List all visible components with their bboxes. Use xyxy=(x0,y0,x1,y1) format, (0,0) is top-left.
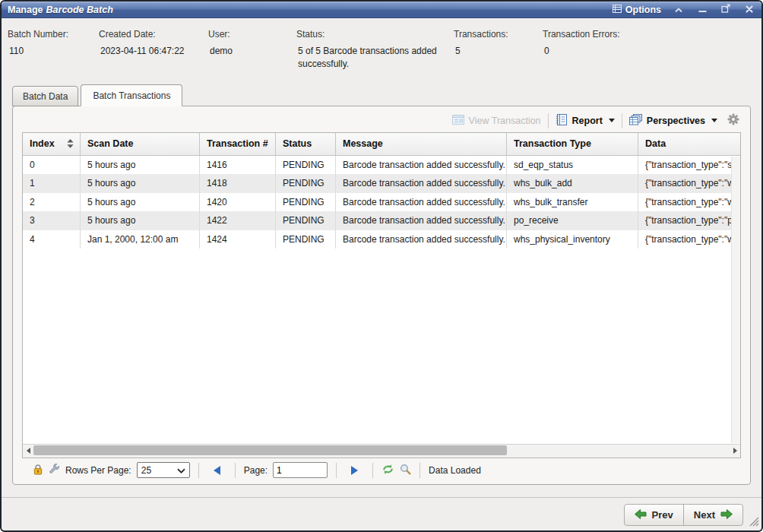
transactions-grid: Index Scan Date Transaction # Status Mes… xyxy=(22,132,741,458)
lock-button[interactable] xyxy=(33,464,43,477)
column-header-transaction-type[interactable]: Transaction Type xyxy=(507,133,638,155)
cell-transaction-type: sd_eqp_status xyxy=(507,156,638,175)
arrow-right-icon xyxy=(720,509,733,521)
tab-batch-data[interactable]: Batch Data xyxy=(12,86,78,106)
chevron-up-icon xyxy=(675,5,682,15)
column-header-scan-date-label: Scan Date xyxy=(87,133,133,155)
prev-page-button[interactable] xyxy=(214,466,220,475)
batch-number-value: 110 xyxy=(8,45,91,58)
table-row[interactable]: 1 5 hours ago 1418 PENDING Barcode trans… xyxy=(23,174,740,193)
transactions-field: Transactions: 5 xyxy=(454,29,543,71)
close-button[interactable] xyxy=(743,4,755,16)
horizontal-scrollbar-thumb[interactable] xyxy=(33,445,507,455)
column-header-status[interactable]: Status xyxy=(276,133,336,155)
batch-info-header: Batch Number: 110 Created Date: 2023-04-… xyxy=(2,18,761,71)
user-field: User: demo xyxy=(208,29,296,71)
cell-transaction-no: 1416 xyxy=(200,156,276,175)
table-row[interactable]: 3 5 hours ago 1422 PENDING Barcode trans… xyxy=(23,211,740,230)
rows-per-page-value: 25 xyxy=(141,465,151,476)
grid-toolbar: View Transaction Report Perspectives xyxy=(13,106,750,132)
cell-data: {"transaction_type":"whs_physical_ xyxy=(638,230,740,249)
status-field: Status: 5 of 5 Barcode transactions adde… xyxy=(296,29,454,71)
scroll-left-arrow[interactable] xyxy=(23,444,33,458)
cell-data: {"transaction_type":"po_receive","r xyxy=(638,211,740,230)
view-transaction-label: View Transaction xyxy=(469,116,541,126)
popout-button[interactable] xyxy=(720,4,732,16)
footer-nav-buttons: Prev Next xyxy=(624,504,743,526)
title-prefix: Manage xyxy=(8,5,43,15)
report-button[interactable]: Report xyxy=(556,114,615,128)
transaction-errors-value: 0 xyxy=(543,45,620,58)
next-button[interactable]: Next xyxy=(683,504,743,526)
page-number-input[interactable] xyxy=(273,462,328,478)
minimize-button[interactable] xyxy=(696,4,708,16)
arrow-left-icon xyxy=(635,509,647,521)
horizontal-scrollbar-track[interactable] xyxy=(33,444,730,458)
column-header-transaction-no[interactable]: Transaction # xyxy=(200,133,276,155)
cell-scan-date: 5 hours ago xyxy=(81,193,200,212)
column-header-message-label: Message xyxy=(343,133,383,155)
cell-index: 3 xyxy=(23,211,81,230)
next-page-button[interactable] xyxy=(351,466,358,475)
column-header-message[interactable]: Message xyxy=(336,133,507,155)
page-label: Page: xyxy=(244,465,268,476)
lock-icon xyxy=(33,464,43,477)
rows-per-page-label: Rows Per Page: xyxy=(65,465,131,476)
footer-divider xyxy=(2,497,761,498)
minus-icon xyxy=(698,5,707,15)
batch-transactions-panel: View Transaction Report Perspectives xyxy=(12,106,751,485)
column-header-status-label: Status xyxy=(283,133,312,155)
scroll-right-arrow[interactable] xyxy=(730,444,740,458)
column-header-data[interactable]: Data xyxy=(638,133,740,155)
table-row[interactable]: 0 5 hours ago 1416 PENDING Barcode trans… xyxy=(23,156,740,175)
resize-grip[interactable] xyxy=(748,515,759,529)
report-icon xyxy=(556,114,568,128)
table-row[interactable]: 4 Jan 1, 2000, 12:00 am 1424 PENDING Bar… xyxy=(23,230,740,249)
toolbar-separator xyxy=(622,113,622,128)
prev-label: Prev xyxy=(652,509,673,521)
toolbar-separator xyxy=(548,113,549,128)
user-label: User: xyxy=(208,29,289,40)
column-header-data-label: Data xyxy=(645,133,666,155)
tab-batch-transactions[interactable]: Batch Transactions xyxy=(81,84,182,106)
perspectives-icon xyxy=(629,114,642,128)
collapse-button[interactable] xyxy=(673,4,685,16)
cell-message: Barcode transaction added successfully. xyxy=(336,193,507,212)
cell-scan-date: 5 hours ago xyxy=(81,156,200,175)
transaction-errors-label: Transaction Errors: xyxy=(543,29,620,40)
refresh-button[interactable] xyxy=(382,464,394,477)
cell-transaction-type: po_receive xyxy=(507,211,638,230)
table-row[interactable]: 2 5 hours ago 1420 PENDING Barcode trans… xyxy=(23,193,740,212)
wrench-icon xyxy=(49,464,60,477)
perspectives-button[interactable]: Perspectives xyxy=(629,114,717,128)
chevron-down-icon xyxy=(609,119,615,122)
cell-transaction-no: 1418 xyxy=(200,174,276,193)
cell-index: 2 xyxy=(23,193,81,212)
grid-settings-button[interactable] xyxy=(727,113,739,128)
cell-data: {"transaction_type":"sd_eqp_statu xyxy=(638,156,740,175)
cell-transaction-no: 1424 xyxy=(200,230,276,249)
rows-per-page-select[interactable]: 25 xyxy=(137,462,190,478)
cell-message: Barcode transaction added successfully. xyxy=(336,211,507,230)
sort-icon xyxy=(67,139,74,148)
cell-transaction-no: 1422 xyxy=(200,211,276,230)
column-header-index[interactable]: Index xyxy=(23,133,81,155)
prev-button[interactable]: Prev xyxy=(624,504,684,526)
options-menu-button[interactable]: Options xyxy=(613,5,661,15)
report-label: Report xyxy=(572,116,603,126)
grid-empty-area xyxy=(23,249,740,444)
grid-header-row: Index Scan Date Transaction # Status Mes… xyxy=(23,133,740,156)
created-date-value: 2023-04-11 06:47:22 xyxy=(99,45,201,58)
pagination-separator xyxy=(235,463,236,478)
titlebar: ManageBarcode Batch Options xyxy=(2,2,761,18)
pagination-separator xyxy=(336,463,337,478)
settings-wrench-button[interactable] xyxy=(49,464,60,477)
column-header-scan-date[interactable]: Scan Date xyxy=(81,133,200,155)
search-button[interactable] xyxy=(400,464,411,477)
column-header-index-label: Index xyxy=(30,133,55,155)
gear-icon xyxy=(727,117,739,128)
horizontal-scrollbar xyxy=(23,444,740,458)
view-transaction-button[interactable]: View Transaction xyxy=(452,115,541,127)
cell-status: PENDING xyxy=(276,156,336,175)
vertical-scrollbar[interactable] xyxy=(731,157,740,443)
